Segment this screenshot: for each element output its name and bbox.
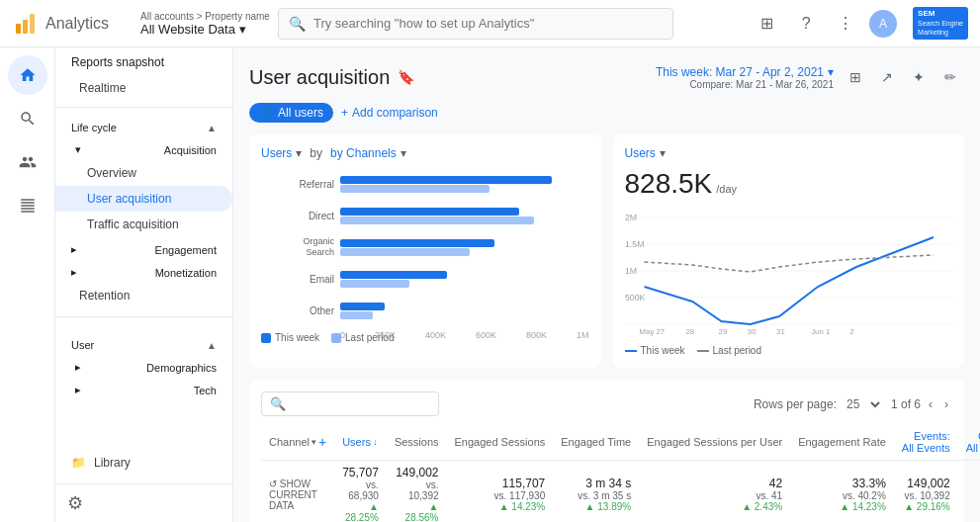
table-view-icon[interactable]: ⊞ [842,63,869,91]
line-legend-this-week: This week [625,345,685,356]
sidebar-divider-2 [55,316,232,317]
svg-rect-0 [16,24,21,34]
settings-icon: ⚙ [67,492,83,514]
acquisition-header[interactable]: ▾ Acquisition [55,137,232,160]
next-page-button[interactable]: › [940,395,952,413]
sidebar-icon-table[interactable] [8,186,47,225]
demographics-header[interactable]: ▸ Demographics [55,355,232,378]
bar-direct-this-week [340,208,519,216]
bar-row-other: Other [340,301,589,320]
bar-chart-card: Users ▾ by by Channels ▾ Referral [249,134,601,368]
bar-organic-this-week [340,239,494,247]
monetization-header[interactable]: ▸ Monetization [55,260,232,283]
col-channel[interactable]: Channel ▾ + [261,424,334,461]
sidebar-realtime[interactable]: Realtime [55,77,232,99]
sidebar-icon-search[interactable] [8,99,47,138]
date-picker[interactable]: This week: Mar 27 - Apr 2, 2021 ▾ Compar… [656,65,834,90]
bar-chart-inner: Referral Direct [340,168,589,326]
breadcrumb-bottom[interactable]: All Website Data ▾ [140,22,270,37]
bar-group-email [340,271,589,288]
prev-page-button[interactable]: ‹ [925,395,936,413]
line-chart-legend: This week Last period [625,345,953,356]
table-search[interactable]: 🔍 [261,392,439,416]
user-section-header[interactable]: User ▲ [55,333,232,355]
sidebar-item-user-acquisition[interactable]: User acquisition [55,186,232,212]
line-legend-dot-this-week [625,350,637,352]
bar-group-referral [340,176,589,193]
svg-text:2: 2 [849,327,853,336]
search-bar[interactable]: 🔍 [278,8,673,40]
all-users-chip[interactable]: 👤 All users [249,103,333,123]
bar-row-organic: OrganicSearch [340,237,589,257]
summary-row: ↺ SHOW CURRENT DATA 75,707 vs. 68,930 ▲ … [261,461,980,523]
lifecycle-header[interactable]: Life cycle ▲ [55,116,232,137]
add-column-button[interactable]: + [318,434,326,450]
bar-email-last-period [340,280,409,288]
grid-view-button[interactable]: ⊞ [751,8,782,40]
date-range[interactable]: This week: Mar 27 - Apr 2, 2021 ▾ [656,65,834,79]
sidebar-item-overview[interactable]: Overview [55,160,232,186]
col-engaged-sessions[interactable]: Engaged Sessions [447,424,554,461]
col-events[interactable]: Events:All Events [894,424,958,461]
bar-label-referral: Referral [255,179,334,190]
legend-dot-this-week [261,333,271,343]
content-area: User acquisition 🔖 This week: Mar 27 - A… [233,47,980,522]
action-icons: ⊞ ↗ ✦ ✏ [842,63,964,91]
settings-bar[interactable]: ⚙ [55,483,232,522]
add-comparison[interactable]: + Add comparison [341,106,438,120]
line-legend-last-period: Last period [697,345,761,356]
svg-text:500K: 500K [625,293,646,303]
svg-text:Jun 1: Jun 1 [811,327,830,336]
col-engaged-per-user[interactable]: Engaged Sessions per User [639,424,790,461]
main-layout: Reports snapshot Realtime Life cycle ▲ ▾… [0,47,980,522]
summary-sessions: 149,002 vs. 10,392 ▲ 28.56% [387,461,447,523]
metric-subtitle: /day [716,183,737,195]
sidebar-item-library[interactable]: 📁 Library [71,450,217,476]
channel-sort-icon: ▾ [312,437,316,447]
show-current-data[interactable]: ↺ SHOW CURRENT DATA [269,478,326,511]
tech-header[interactable]: ▸ Tech [55,378,232,400]
breadcrumb-top: All accounts > Property name [140,11,270,22]
bar-other-last-period [340,311,373,319]
tech-arrow: ▸ [75,384,81,396]
avatar[interactable]: A [869,10,897,38]
table-search-input[interactable] [292,397,430,411]
page-header: User acquisition 🔖 This week: Mar 27 - A… [249,63,964,91]
col-engaged-time[interactable]: Engaged Time [553,424,639,461]
bar-label-direct: Direct [255,211,334,221]
sidebar-item-retention[interactable]: Retention [55,283,232,308]
bar-axis: 0 250K 400K 600K 800K 1M [340,330,589,340]
sidebar-reports-snapshot[interactable]: Reports snapshot [55,47,232,77]
bookmark-icon[interactable]: 🔖 [398,69,414,85]
lifecycle-section: Life cycle ▲ ▾ Acquisition Overview User… [55,116,232,308]
data-table: Channel ▾ + Users ↓ Sessions Engaged Ses… [261,424,980,522]
library-icon: 📁 [71,456,86,470]
help-button[interactable]: ? [790,8,822,40]
more-options-button[interactable]: ⋮ [830,8,861,40]
rows-per-page: Rows per page: 25 50 100 [754,396,883,412]
bar-group-other [340,303,589,319]
col-users[interactable]: Users ↓ [334,424,387,461]
app-title: Analytics [45,15,109,33]
app-container: Analytics All accounts > Property name A… [0,0,980,522]
col-sessions[interactable]: Sessions [387,424,447,461]
sidebar-footer: 📁 Library [55,442,232,483]
rows-per-page-select[interactable]: 25 50 100 [843,396,883,412]
search-input[interactable] [313,16,663,31]
insights-icon[interactable]: ✦ [905,63,933,91]
sidebar-item-traffic-acquisition[interactable]: Traffic acquisition [55,212,232,237]
lifecycle-chevron: ▲ [207,123,217,133]
search-icon: 🔍 [289,16,306,32]
bar-referral-last-period [340,185,490,193]
sidebar-divider-1 [55,107,232,108]
line-legend-dot-last-period [697,350,709,352]
engagement-header[interactable]: ▸ Engagement [55,237,232,260]
sidebar-icon-home[interactable] [8,55,47,95]
col-conversions[interactable]: Conversions:All Conversions [958,424,980,461]
col-engagement-rate[interactable]: Engagement Rate [790,424,894,461]
summary-conversions: 5,707 vs. 48,930 ▲ 28.35% [958,461,980,523]
share-icon[interactable]: ↗ [873,63,901,91]
edit-icon[interactable]: ✏ [936,63,964,91]
svg-text:1M: 1M [625,266,637,276]
sidebar-icon-people[interactable] [8,142,47,182]
